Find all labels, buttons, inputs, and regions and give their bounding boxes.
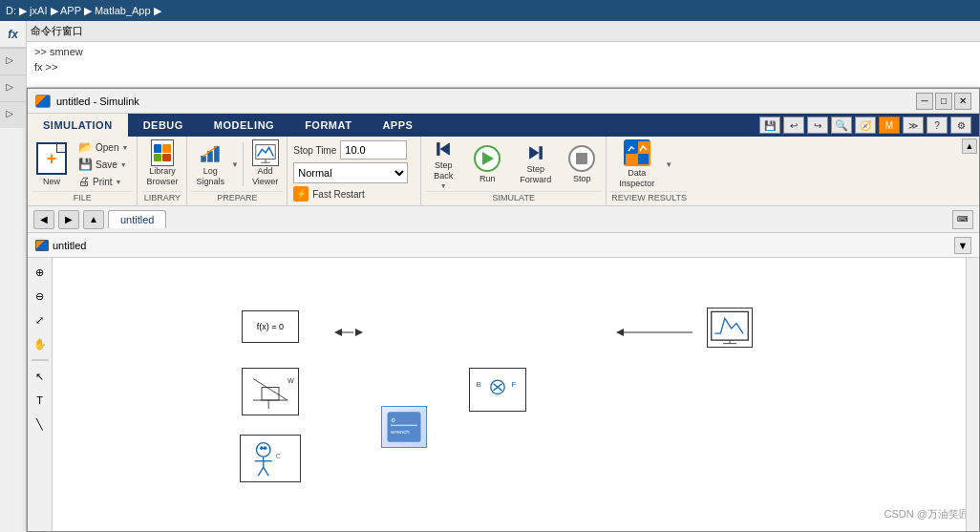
library-browser-button[interactable]: LibraryBrowser: [141, 139, 182, 189]
breadcrumb-tab[interactable]: untitled: [108, 210, 166, 228]
svg-marker-8: [529, 146, 539, 160]
data-inspector-label: DataInspector: [619, 168, 654, 189]
line-tool[interactable]: ╲: [30, 414, 51, 435]
canvas-model-icon: [35, 240, 49, 251]
svg-text:wrench: wrench: [390, 428, 410, 435]
prepare-group-content: LogSignals ▼: [191, 138, 283, 190]
stoptime-input[interactable]: [340, 140, 407, 160]
cmd-command: >> smnew: [34, 46, 972, 57]
svg-rect-13: [626, 154, 637, 164]
nav-up-btn[interactable]: ▲: [83, 210, 104, 229]
save-toolbar-btn[interactable]: 💾: [759, 117, 780, 134]
ribbon-toolbar: + New 📂 Open ▼: [28, 137, 979, 206]
save-icon: 💾: [78, 158, 93, 171]
more-btn[interactable]: ≫: [903, 117, 924, 134]
review-dropdown[interactable]: ▼: [665, 139, 672, 189]
nav-forward-btn[interactable]: ▶: [58, 210, 79, 229]
svg-text:⚙: ⚙: [391, 416, 395, 423]
svg-line-23: [258, 467, 263, 476]
pan-tool[interactable]: ✋: [30, 333, 51, 354]
cmd-toolbar: 命令行窗口: [27, 21, 980, 42]
matlab-icon-btn[interactable]: M: [879, 117, 900, 134]
library-browser-label: LibraryBrowser: [146, 166, 178, 187]
tab-modeling[interactable]: MODELING: [199, 114, 289, 137]
svg-point-26: [264, 446, 267, 450]
collapse-ribbon-btn[interactable]: ▲: [960, 137, 979, 205]
new-label: New: [43, 177, 60, 186]
ctrl-block[interactable]: C: [240, 435, 301, 482]
svg-text:W: W: [288, 376, 294, 385]
watermark: CSDN @万油笑匠: [884, 507, 969, 521]
fcn-block[interactable]: f(x) = 0: [242, 310, 299, 343]
stop-button[interactable]: Stop: [562, 139, 602, 189]
keyboard-icon[interactable]: ⌨: [952, 210, 973, 229]
subsys-block[interactable]: B F: [469, 368, 526, 412]
sim-title: untitled - Simulink: [56, 96, 916, 107]
fcn-block-label: f(x) = 0: [257, 322, 284, 331]
canvas-scrollbar[interactable]: [966, 258, 979, 531]
tab-simulation[interactable]: SIMULATION: [28, 114, 128, 137]
run-button[interactable]: Run: [465, 139, 509, 189]
text-tool[interactable]: T: [30, 390, 51, 411]
add-viewer-label: AddViewer: [252, 166, 278, 187]
mech-block[interactable]: W: [242, 368, 299, 415]
open-button[interactable]: 📂 Open ▼: [74, 138, 133, 156]
scope-block[interactable]: [707, 308, 753, 348]
nav-toolbar-btn[interactable]: 🧭: [855, 117, 876, 134]
matlab-left-sidebar: fx ◁ ◁ ◁: [0, 21, 27, 532]
step-back-button[interactable]: StepBack ▼: [425, 139, 461, 189]
svg-text:B: B: [477, 380, 481, 389]
svg-marker-6: [440, 142, 450, 156]
library-group-content: LibraryBrowser: [141, 138, 182, 190]
sidebar-tab-1[interactable]: ◁: [0, 48, 26, 74]
help-btn[interactable]: ?: [927, 117, 948, 134]
undo-btn[interactable]: ↩: [783, 117, 804, 134]
open-dropdown-icon: ▼: [121, 144, 128, 151]
data-inspector-button[interactable]: DataInspector: [610, 139, 663, 189]
fx-button[interactable]: fx: [0, 21, 26, 48]
print-label: Print: [93, 177, 113, 187]
fast-restart-row[interactable]: ⚡ Fast Restart: [293, 186, 415, 202]
canvas-dropdown-btn[interactable]: ▼: [954, 237, 971, 254]
zoom-out-tool[interactable]: ⊖: [30, 286, 51, 307]
fit-tool[interactable]: ⤢: [30, 309, 51, 330]
save-label: Save: [96, 160, 117, 170]
svg-point-20: [257, 443, 271, 458]
tab-debug[interactable]: DEBUG: [128, 114, 199, 137]
tab-apps[interactable]: APPS: [367, 114, 428, 137]
tool-block[interactable]: ⚙ wrench: [381, 406, 427, 448]
step-back-label: StepBack: [434, 160, 453, 181]
print-button[interactable]: 🖨 Print ▼: [74, 173, 133, 190]
log-signals-button[interactable]: LogSignals: [191, 139, 229, 189]
simulation-mode-select[interactable]: Normal: [293, 162, 408, 183]
zoom-btn[interactable]: 🔍: [831, 117, 852, 134]
cmd-content[interactable]: >> smnew fx >>: [27, 42, 980, 87]
run-label: Run: [479, 174, 496, 183]
step-forward-button[interactable]: StepForward: [513, 139, 558, 189]
add-viewer-button[interactable]: AddViewer: [247, 139, 283, 189]
svg-marker-28: [334, 329, 342, 336]
canvas-content[interactable]: f(x) = 0 W: [53, 258, 979, 531]
sim-titlebar: untitled - Simulink ─ □ ✕: [28, 89, 979, 114]
settings-btn[interactable]: ⚙: [950, 117, 971, 134]
sidebar-tab-3[interactable]: ◁: [0, 101, 26, 128]
new-button[interactable]: + New: [32, 139, 72, 189]
sidebar-tab-2[interactable]: ◁: [0, 74, 26, 101]
select-tool[interactable]: ↖: [30, 366, 51, 387]
fast-restart-icon: ⚡: [293, 186, 309, 202]
nav-back-btn[interactable]: ◀: [33, 210, 54, 229]
zoom-in-tool[interactable]: ⊕: [30, 262, 51, 283]
tab-format[interactable]: FORMAT: [289, 114, 367, 137]
save-button[interactable]: 💾 Save ▼: [74, 156, 133, 173]
maximize-button[interactable]: □: [935, 93, 952, 110]
step-back-icon: [432, 139, 455, 159]
redo-btn[interactable]: ↪: [807, 117, 828, 134]
minimize-button[interactable]: ─: [916, 93, 933, 110]
canvas-left-tools: ⊕ ⊖ ⤢ ✋ ↖ T ╲: [28, 258, 53, 531]
svg-rect-2: [214, 146, 219, 161]
sim-canvas[interactable]: ⊕ ⊖ ⤢ ✋ ↖ T ╲ f(x) = 0: [28, 258, 979, 531]
close-button[interactable]: ✕: [954, 93, 971, 110]
prepare-dropdown[interactable]: ▼: [231, 139, 239, 189]
prepare-group: LogSignals ▼: [187, 137, 288, 205]
stoptime-row: Stop Time: [293, 140, 415, 160]
